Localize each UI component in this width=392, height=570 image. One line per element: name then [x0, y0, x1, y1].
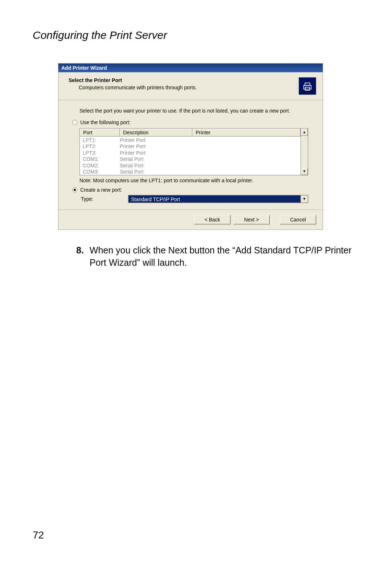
- type-label: Type:: [81, 196, 128, 202]
- port-cell: LPT2:: [83, 143, 120, 150]
- port-note-text: Note: Most computers use the LPT1: port …: [79, 178, 308, 183]
- step-number: 8.: [76, 244, 84, 269]
- wizard-intro-text: Select the port you want your printer to…: [79, 107, 308, 114]
- svg-rect-2: [305, 87, 310, 90]
- cancel-button[interactable]: Cancel: [280, 215, 316, 224]
- port-cell: LPT3:: [83, 150, 120, 156]
- desc-cell: Printer Port: [120, 143, 192, 150]
- table-row[interactable]: LPT1:Printer Port: [80, 137, 301, 144]
- desc-cell: Serial Port: [120, 156, 192, 163]
- port-col-header-port[interactable]: Port: [80, 129, 120, 137]
- scroll-up-icon[interactable]: ▲: [301, 129, 308, 136]
- back-button[interactable]: < Back: [194, 215, 230, 224]
- scroll-down-icon[interactable]: ▼: [301, 168, 308, 175]
- desc-cell: Serial Port: [120, 169, 192, 175]
- table-row[interactable]: COM1:Serial Port: [80, 156, 301, 163]
- port-cell: LPT1:: [83, 137, 120, 144]
- wizard-header: Select the Printer Port Computers commun…: [58, 72, 323, 100]
- wizard-header-subtitle: Computers communicate with printers thro…: [79, 85, 197, 90]
- port-col-header-printer[interactable]: Printer: [192, 129, 301, 137]
- radio-create-label: Create a new port:: [80, 187, 122, 193]
- step-instruction: When you click the Next button the “Add …: [90, 244, 352, 269]
- window-titlebar: Add Printer Wizard: [58, 64, 323, 72]
- desc-cell: Printer Port: [120, 150, 192, 156]
- port-cell: COM2:: [83, 163, 120, 169]
- table-row[interactable]: COM3:Serial Port: [80, 169, 301, 175]
- wizard-header-title: Select the Printer Port: [69, 77, 197, 83]
- page-heading: Configuring the Print Server: [33, 29, 359, 41]
- desc-cell: Serial Port: [120, 163, 192, 169]
- table-row[interactable]: COM2:Serial Port: [80, 163, 301, 169]
- port-cell: COM1:: [83, 156, 120, 163]
- table-row[interactable]: LPT3:Printer Port: [80, 150, 301, 156]
- wizard-window: Add Printer Wizard Select the Printer Po…: [58, 63, 323, 230]
- chevron-down-icon[interactable]: ▼: [301, 195, 308, 203]
- port-cell: COM3:: [83, 169, 120, 175]
- radio-use-following-port[interactable]: [72, 120, 77, 125]
- svg-rect-1: [305, 83, 310, 86]
- radio-create-new-port[interactable]: [72, 187, 77, 192]
- port-col-header-description[interactable]: Description: [120, 129, 192, 137]
- radio-use-label: Use the following port:: [80, 119, 131, 125]
- port-type-value: Standard TCP/IP Port: [128, 195, 301, 203]
- next-button[interactable]: Next >: [233, 215, 270, 224]
- desc-cell: Printer Port: [120, 137, 192, 144]
- page-number: 72: [33, 529, 44, 541]
- printer-icon: [299, 77, 316, 95]
- table-row[interactable]: LPT2:Printer Port: [80, 143, 301, 150]
- port-table[interactable]: Port Description Printer LPT1:Printer Po…: [79, 128, 301, 175]
- port-table-scrollbar[interactable]: ▲ ▼: [301, 128, 308, 175]
- port-type-select[interactable]: Standard TCP/IP Port ▼: [128, 195, 308, 203]
